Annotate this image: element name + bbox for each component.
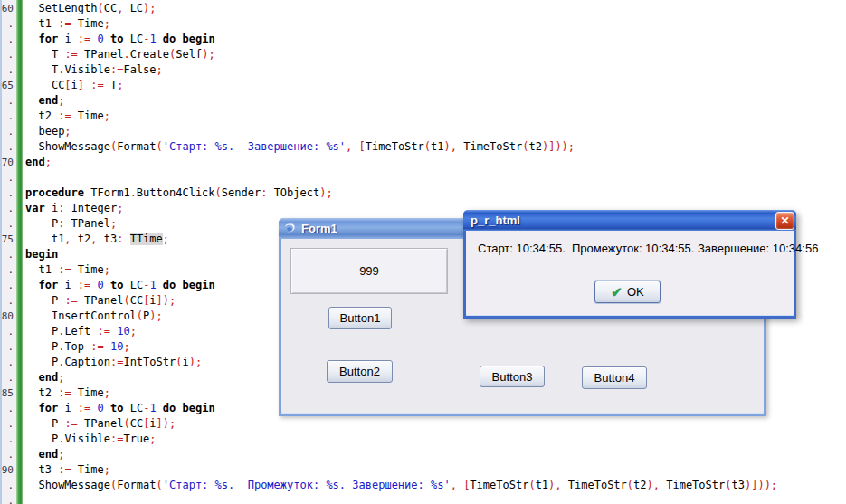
dialog-titlebar[interactable]: p_r_html ✕ [463, 210, 796, 231]
gutter-line-number: . [0, 432, 14, 447]
gutter-line-number: . [0, 355, 14, 370]
code-line[interactable]: . t2 := Time; [0, 109, 846, 124]
gutter-line-number: . [0, 339, 14, 355]
button3[interactable]: Button3 [480, 366, 545, 387]
code-line[interactable]: . end; [0, 93, 846, 109]
gutter-line-number: . [0, 401, 14, 416]
code-line-text: P.Visible:=True; [25, 432, 157, 447]
code-line-text: InsertControl(P); [25, 309, 163, 324]
code-line[interactable]: .procedure TForm1.Button4Click(Sender: T… [0, 185, 846, 201]
gutter-line-number: . [0, 93, 14, 109]
delphi-form-icon [283, 222, 298, 235]
code-line-text: P.Caption:=IntToStr(i); [25, 355, 202, 370]
code-line-text: P := TPanel(CC[i]); [25, 293, 176, 309]
code-line[interactable]: . P := TPanel(CC[i]); [0, 416, 846, 432]
code-line[interactable]: . ShowMessage(Format('Старт: %s. Заверше… [0, 139, 846, 155]
code-line[interactable]: . end; [0, 447, 846, 462]
code-line-text: begin [25, 247, 58, 262]
gutter-line-number: 75 [0, 232, 14, 247]
code-line-text: t1 := Time; [25, 262, 110, 278]
code-line[interactable]: . [0, 493, 846, 504]
gutter-line-number: . [0, 262, 14, 278]
gutter-line-number: . [0, 447, 14, 462]
panel-999: 999 [290, 248, 448, 294]
gutter-line-number: . [0, 293, 14, 309]
gutter-line-number: 60 [0, 1, 14, 16]
code-line-text: for i := 0 to LC-1 do begin [25, 401, 215, 416]
code-line-text: procedure TForm1.Button4Click(Sender: TO… [25, 185, 333, 201]
ide-screen: 60 SetLength(CC, LC);. t1 := Time;. for … [0, 0, 846, 504]
code-line-text: ShowMessage(Format('Старт: %s. Завершени… [25, 139, 575, 155]
code-line[interactable]: . ShowMessage(Format('Старт: %s. Промежу… [0, 478, 846, 493]
code-line-text: t1, t2, t3: TTime; [25, 232, 169, 247]
gutter-line-number: . [0, 16, 14, 32]
code-line-text: var i: Integer; [25, 201, 123, 216]
gutter-line-number: . [0, 370, 14, 385]
message-dialog[interactable]: p_r_html ✕ Старт: 10:34:55. Промежуток: … [463, 210, 796, 319]
code-line-text: t3 := Time; [25, 462, 110, 478]
button1[interactable]: Button1 [328, 307, 392, 329]
gutter-line-number: . [0, 109, 14, 124]
gutter-line-number: . [0, 32, 14, 47]
gutter-line-number: . [0, 324, 14, 339]
gutter-line-number: . [0, 278, 14, 293]
code-line[interactable]: 65 CC[i] := T; [0, 78, 846, 93]
code-line[interactable]: . [0, 170, 846, 185]
gutter-line-number: 80 [0, 309, 14, 324]
gutter-line-number: 85 [0, 385, 14, 401]
gutter-line-number: 90 [0, 462, 14, 478]
code-line-text: end; [25, 370, 64, 385]
gutter-line-number: . [0, 124, 14, 139]
code-line-text: T.Visible:=False; [25, 62, 163, 78]
check-icon: ✔ [611, 285, 623, 299]
gutter-line-number: . [0, 139, 14, 155]
gutter-line-number: . [0, 216, 14, 232]
close-icon[interactable]: ✕ [775, 212, 794, 230]
code-line[interactable]: 90 t3 := Time; [0, 462, 846, 478]
code-line[interactable]: 60 SetLength(CC, LC); [0, 1, 846, 16]
code-line-text: P: TPanel; [25, 216, 117, 232]
code-line[interactable]: . t1 := Time; [0, 16, 846, 32]
gutter-line-number: . [0, 247, 14, 262]
code-line[interactable]: . for i := 0 to LC-1 do begin [0, 32, 846, 47]
gutter-line-number: . [0, 416, 14, 432]
code-line-text: CC[i] := T; [25, 78, 123, 93]
code-line[interactable]: . T := TPanel.Create(Self); [0, 47, 846, 62]
button4[interactable]: Button4 [582, 366, 647, 389]
code-line-text: ShowMessage(Format('Старт: %s. Промежуто… [25, 478, 777, 493]
code-line-text: P.Left := 10; [25, 324, 137, 339]
code-line-text: for i := 0 to LC-1 do begin [25, 278, 215, 293]
code-line[interactable]: . T.Visible:=False; [0, 62, 846, 78]
ok-label: OK [627, 285, 644, 299]
code-line-text: end; [25, 447, 64, 462]
code-line-text: t2 := Time; [25, 109, 110, 124]
gutter-line-number: 65 [0, 78, 14, 93]
code-line[interactable]: . P.Visible:=True; [0, 432, 846, 447]
code-line[interactable]: . beep; [0, 124, 846, 139]
dialog-client: Старт: 10:34:55. Промежуток: 10:34:55. З… [466, 231, 794, 314]
code-line-text: end; [25, 155, 52, 170]
gutter-line-number: . [0, 185, 14, 201]
gutter-line-number: . [0, 170, 14, 185]
code-line-text: t2 := Time; [25, 385, 110, 401]
code-line-text: for i := 0 to LC-1 do begin [25, 32, 215, 47]
gutter-line-number: 70 [0, 155, 14, 170]
gutter-line-number: . [0, 493, 14, 504]
panel-caption: 999 [359, 264, 379, 278]
code-line-text: beep; [25, 124, 71, 139]
ok-button[interactable]: ✔ OK [594, 281, 661, 303]
code-line[interactable]: 70end; [0, 155, 846, 170]
dialog-title: p_r_html [471, 214, 520, 227]
gutter-line-number: . [0, 47, 14, 62]
dialog-message: Старт: 10:34:55. Промежуток: 10:34:55. З… [478, 242, 818, 255]
code-line-text: t1 := Time; [25, 16, 110, 32]
form1-title: Form1 [301, 222, 337, 235]
gutter-line-number: . [0, 478, 14, 493]
gutter-line-number: . [0, 62, 14, 78]
code-line-text: SetLength(CC, LC); [25, 1, 157, 16]
button2[interactable]: Button2 [327, 360, 393, 383]
code-line-text: P := TPanel(CC[i]); [25, 416, 176, 432]
gutter-line-number: . [0, 201, 14, 216]
code-line-text: P.Top := 10; [25, 339, 130, 355]
code-line-text: T := TPanel.Create(Self); [25, 47, 215, 62]
